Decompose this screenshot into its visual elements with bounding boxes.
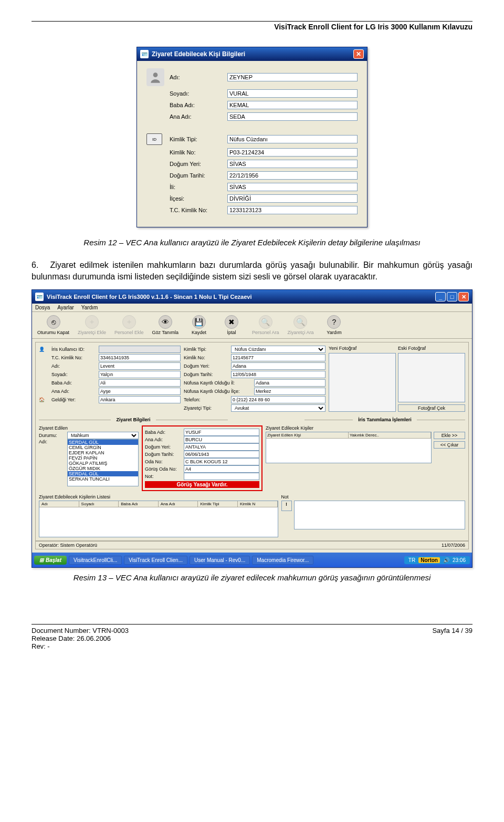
label-dt: Doğum Tarihi: bbox=[184, 372, 229, 377]
input-baba[interactable] bbox=[99, 379, 181, 387]
input-kimlik-tipi[interactable] bbox=[227, 135, 358, 143]
paragraph-text: Ziyaret edilmek istenilen mahkumların ba… bbox=[32, 261, 472, 281]
menu-dosya[interactable]: Dosya bbox=[35, 305, 50, 310]
list-item[interactable]: GÖKALP ATILMIŞ bbox=[68, 461, 138, 466]
taskbar-item[interactable]: VisitrackEnrollCli... bbox=[69, 556, 122, 565]
input-ana[interactable] bbox=[227, 112, 358, 121]
label-soyadi: Soyadı: bbox=[170, 90, 227, 97]
input-nko-il[interactable] bbox=[254, 379, 326, 387]
toolbar-yardım[interactable]: ?Yardım bbox=[320, 314, 348, 336]
list-item[interactable]: SERKAN TUNCALI bbox=[68, 476, 138, 482]
input-adi[interactable] bbox=[227, 73, 358, 81]
taskbar-item[interactable]: Macromedia Firewor... bbox=[252, 556, 313, 565]
label-nko-ilce: Nüfusa Kayıtlı Olduğu İlçe: bbox=[184, 389, 252, 394]
input-md-not[interactable] bbox=[184, 473, 259, 480]
input-adi[interactable] bbox=[99, 362, 181, 370]
label-md-dy: Doğum Yeri: bbox=[145, 444, 182, 450]
input-ili[interactable] bbox=[227, 183, 358, 191]
input-tc[interactable] bbox=[227, 206, 358, 214]
close-button[interactable]: ✕ bbox=[458, 292, 469, 301]
person-icon: 👤 bbox=[39, 347, 45, 352]
label-yeni-foto: Yeni Fotoğraf bbox=[329, 346, 396, 351]
maximize-button[interactable]: □ bbox=[447, 292, 457, 301]
input-kimlik-no[interactable] bbox=[231, 354, 326, 361]
label-baba: Baba Adı: bbox=[170, 102, 227, 108]
select-durumu[interactable]: Mahkum bbox=[67, 432, 139, 439]
list-item[interactable]: CEMİL GİRGİN bbox=[68, 445, 138, 450]
input-dt[interactable] bbox=[231, 371, 326, 378]
input-baba[interactable] bbox=[227, 101, 358, 109]
toolbar-göz-tanımla[interactable]: 👁Göz Tanımla bbox=[150, 314, 181, 336]
label-md-goda: Görüş Oda No: bbox=[145, 466, 182, 472]
input-soyadi[interactable] bbox=[99, 371, 181, 378]
toolbar-oturumu-kapat[interactable]: ⎋Oturumu Kapat bbox=[35, 314, 71, 336]
table-header: Baba Adı bbox=[119, 501, 159, 507]
label-ili: İli: bbox=[170, 184, 227, 190]
norton-badge[interactable]: Norton bbox=[418, 557, 440, 563]
input-md-baba[interactable] bbox=[184, 429, 259, 436]
label-dy: Doğum Yeri: bbox=[184, 363, 229, 369]
list-item[interactable]: SERDAL GÜL bbox=[68, 440, 138, 445]
cikar-button[interactable]: << Çıkar bbox=[434, 441, 465, 449]
list-item[interactable]: EJDER KAPLAN bbox=[68, 450, 138, 455]
toolbar-i̇ptal[interactable]: ✖İptal bbox=[217, 314, 246, 336]
toolbar: ⎋Oturumu Kapat＋Ziyaretçi Ekle＋Personel E… bbox=[32, 312, 472, 339]
svg-point-0 bbox=[153, 72, 158, 77]
select-ztipi[interactable]: Avukat bbox=[231, 404, 326, 412]
table-header: Kimlik Tipi bbox=[198, 501, 238, 507]
select-kimlik-tipi[interactable]: Nüfus Cüzdanı bbox=[231, 346, 326, 353]
close-button[interactable]: ✕ bbox=[353, 49, 364, 59]
start-button[interactable]: ⊞ Başlat bbox=[34, 556, 67, 565]
label-dogum-yeri: Doğum Yeri: bbox=[170, 161, 227, 167]
operator-label: Operatör: bbox=[39, 543, 59, 548]
input-kimlik-no[interactable] bbox=[227, 148, 358, 157]
not-textarea[interactable] bbox=[294, 501, 465, 529]
eski-foto-box bbox=[398, 353, 465, 402]
dialog-titlebar: 🪪 Ziyaret Edebilecek Kişi Bilgileri ✕ bbox=[137, 47, 367, 61]
list-item[interactable]: FEVZİ PAPİN bbox=[68, 455, 138, 461]
toolbar-kaydet[interactable]: 💾Kaydet bbox=[185, 314, 213, 336]
input-nko-ilce[interactable] bbox=[254, 388, 326, 395]
label-ilcesi: İlçesi: bbox=[170, 195, 227, 202]
lang-indicator[interactable]: TR bbox=[408, 557, 415, 563]
label-eski-foto: Eski Fotoğraf bbox=[398, 346, 465, 351]
menu-yardim[interactable]: Yardım bbox=[81, 305, 98, 310]
input-md-ana[interactable] bbox=[184, 436, 259, 443]
input-geldi[interactable] bbox=[99, 396, 181, 403]
input-ana[interactable] bbox=[99, 388, 181, 395]
input-dy[interactable] bbox=[231, 362, 326, 370]
mahkum-detay-panel: Baba Adı: Ana Adı: Doğum Yeri: Doğum Tar… bbox=[142, 425, 262, 491]
input-dogum-tarihi[interactable] bbox=[227, 171, 358, 180]
not-warning-icon[interactable]: ! bbox=[281, 501, 292, 511]
ekle-button[interactable]: Ekle >> bbox=[434, 432, 465, 439]
taskbar-item[interactable]: VisiTrack Enroll Clien... bbox=[124, 556, 187, 565]
rev-label: Rev: bbox=[32, 642, 46, 650]
input-md-dy[interactable] bbox=[184, 443, 259, 451]
input-md-oda[interactable] bbox=[184, 458, 259, 465]
input-soyadi[interactable] bbox=[227, 89, 358, 98]
zepl-table[interactable]: AdıSoyadıBaba AdıAna AdıKimlik TipiKimli… bbox=[39, 501, 278, 537]
minimize-button[interactable]: _ bbox=[435, 292, 446, 301]
list-item[interactable]: ÖZGÜR MIDIK bbox=[68, 466, 138, 471]
table-header: Adı bbox=[39, 501, 79, 507]
label-kimlik-no: Kimlik No: bbox=[184, 355, 229, 360]
ziyaret-edilen-title: Ziyaret Edilen bbox=[39, 425, 139, 431]
input-md-dt[interactable] bbox=[184, 451, 259, 458]
input-md-goda[interactable] bbox=[184, 465, 259, 473]
input-telefon[interactable] bbox=[231, 396, 326, 403]
input-dogum-yeri[interactable] bbox=[227, 160, 358, 168]
taskbar-item[interactable]: User Manual - Rev0... bbox=[190, 556, 250, 565]
label-geldi: Geldiği Yer: bbox=[51, 397, 97, 402]
fotograf-cek-button[interactable]: Fotoğraf Çek bbox=[398, 404, 465, 412]
menu-ayarlar[interactable]: Ayarlar bbox=[57, 305, 74, 310]
input-ilcesi[interactable] bbox=[227, 194, 358, 203]
tray-icon[interactable]: 🔊 bbox=[443, 557, 449, 563]
yeni-foto-box bbox=[329, 353, 396, 412]
mahkum-listbox[interactable]: SERDAL GÜLCEMİL GİRGİNEJDER KAPLANFEVZİ … bbox=[67, 439, 139, 486]
zek-listbox[interactable]: Ziyaret Edilen Kişi Yakınlık Derec.. bbox=[266, 432, 432, 463]
list-item[interactable]: SERDAL GÜL bbox=[68, 471, 138, 476]
input-tc[interactable] bbox=[99, 354, 181, 361]
window-controls: _ □ ✕ bbox=[435, 292, 469, 301]
not-label: Not bbox=[281, 494, 289, 500]
dialog-ziyaret-edebilecek: 🪪 Ziyaret Edebilecek Kişi Bilgileri ✕ Ad… bbox=[136, 47, 368, 227]
